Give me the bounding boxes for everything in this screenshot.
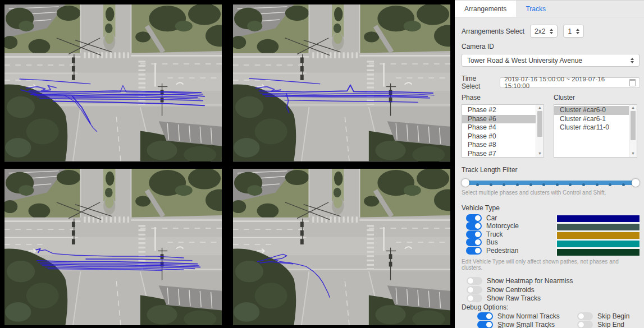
slider-dot [503,183,505,186]
display-option-toggle[interactable] [467,286,482,294]
vehicle-type-label: Motorcycle [486,222,519,230]
grid-index-value: 1 [568,27,572,35]
display-option-toggle[interactable] [467,294,482,302]
cluster-option[interactable]: Cluster #car6-0 [554,106,629,115]
vehicle-type-row: Truck [466,230,519,238]
slider-track[interactable] [464,181,637,185]
grid-size-value: 2x2 [535,27,545,35]
phase-option[interactable]: Phase #8 [462,141,536,150]
display-option-label: Show Raw Tracks [487,294,541,302]
spinner-icon [576,29,579,34]
phase-option[interactable]: Phase #6 [462,115,536,124]
phase-listbox[interactable]: Phase #2Phase #6Phase #4Phase #0Phase #8… [462,104,544,158]
slider-dot [529,183,532,186]
slider-dot [596,183,599,186]
vehicle-type-row: Car [466,214,519,222]
scroll-up-icon[interactable]: ▲ [538,105,542,111]
display-option-label: Show Heatmap for Nearmiss [487,277,573,285]
grid-size-select[interactable]: 2x2 [530,25,558,38]
vehicle-type-toggle[interactable] [466,238,482,246]
slider-dot [476,183,479,186]
display-option-toggle[interactable] [467,277,482,285]
debug-option-toggle[interactable] [477,312,493,320]
debug-option-toggle[interactable] [477,321,493,328]
vehicle-type-row: Bus [466,239,519,247]
debug-option-row: Skip Begin [577,312,629,321]
debug-option-label: Skip Begin [597,312,629,320]
display-option-row: Show Heatmap for Nearmiss [467,277,640,285]
slider-dot [622,183,625,186]
tabbar: Arrangements Tracks [455,1,644,17]
vehicle-type-toggle[interactable] [466,230,482,238]
vehicle-type-label: Pedestrian [486,247,518,255]
viewport-grid [0,0,455,328]
spinner-icon [550,29,553,34]
vehicle-color-swatch [556,248,640,256]
debug-option-row: Skip End [577,321,629,328]
phase-label: Phase [462,94,544,101]
vehicle-hint: Edit Vehicle Type will only affect shown… [462,258,640,271]
debug-option-row: Show Normal Tracks [477,312,561,321]
track-length-slider[interactable] [462,179,640,187]
camera-id-label: Camera ID [462,43,494,50]
phase-option[interactable]: Phase #0 [462,132,536,141]
vehicle-type-label: Bus [486,238,498,246]
camera-select-value: Tower Road & West University Avenue [467,57,582,64]
vehicle-color-swatch [556,223,640,231]
viewport-top-right [233,4,450,161]
slider-dot [516,183,519,186]
arrangements-select-label: Arrangements Select [462,27,524,35]
vehicle-color-swatch [556,215,640,223]
debug-option-toggle[interactable] [577,321,593,328]
slider-dot [490,183,492,186]
scroll-down-icon[interactable]: ▼ [538,151,542,157]
phase-option[interactable]: Phase #4 [462,123,536,132]
debug-option-label: Show Normal Tracks [497,312,560,320]
slider-dot [569,183,572,186]
scroll-thumb[interactable] [537,111,542,137]
time-range-input[interactable]: 2019-07-16 15:00:00 ~ 2019-07-16 15:10:0… [500,77,640,88]
cluster-option[interactable]: Cluster #car6-1 [554,115,629,124]
vehicle-type-row: Pedestrian [466,247,519,255]
debug-option-toggle[interactable] [577,312,593,320]
time-range-value: 2019-07-16 15:00:00 ~ 2019-07-16 15:10:0… [504,76,624,89]
scroll-down-icon[interactable]: ▼ [631,151,635,157]
panel-content: Arrangements Select 2x2 1 Camera ID Towe… [455,17,644,328]
vehicle-color-swatch [556,240,640,248]
scroll-up-icon[interactable]: ▲ [631,105,635,111]
viewport-bottom-left [4,169,222,326]
cluster-option[interactable]: Cluster #car11-0 [554,123,629,132]
calendar-icon[interactable] [629,79,636,86]
tab-arrangements[interactable]: Arrangements [455,1,516,17]
slider-dot [556,183,559,186]
display-option-row: Show Raw Tracks [467,294,640,303]
vehicle-color-legend [556,215,640,257]
slider-handle-max[interactable] [632,179,640,187]
track-length-filter-label: Track Length Filter [462,166,640,174]
debug-options-label: Debug Options: [462,303,640,311]
vehicle-type-toggle[interactable] [466,247,482,255]
debug-option-label: Show Highspeed Tracks [497,326,561,328]
vehicle-type-label: Car [486,214,497,222]
slider-handle-min[interactable] [462,179,469,187]
slider-hint: Select multiple phases and clusters with… [462,190,640,196]
vehicle-type-toggle[interactable] [466,222,482,230]
cluster-scrollbar[interactable]: ▲ ▼ [629,105,637,157]
vehicle-type-row: Motorcycle [466,223,519,230]
spinner-icon [631,58,634,63]
viewport-bottom-right [233,169,450,326]
debug-option-label: Skip End [597,321,624,328]
grid-index-select[interactable]: 1 [563,25,584,38]
phase-option[interactable]: Phase #7 [462,150,536,158]
phase-scrollbar[interactable]: ▲ ▼ [536,105,543,157]
phase-option[interactable]: Phase #2 [462,106,536,115]
vehicle-color-swatch [556,232,640,239]
vehicle-type-toggle[interactable] [466,214,482,222]
tab-tracks[interactable]: Tracks [516,1,555,17]
camera-select[interactable]: Tower Road & West University Avenue [462,54,640,67]
scroll-thumb[interactable] [631,111,636,140]
viewport-top-left [4,4,222,161]
slider-dot [582,183,585,186]
cluster-listbox[interactable]: Cluster #car6-0Cluster #car6-1Cluster #c… [554,104,637,158]
slider-dot [542,183,545,186]
